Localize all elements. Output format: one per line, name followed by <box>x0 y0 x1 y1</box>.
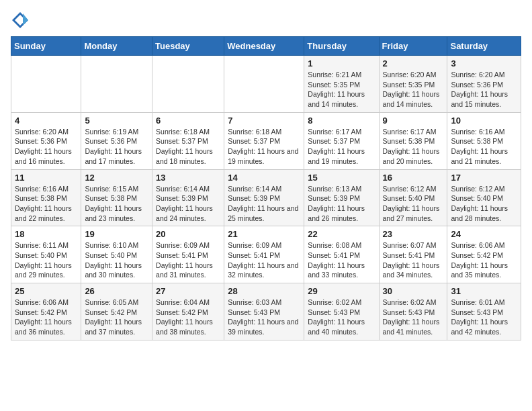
day-number: 7 <box>228 116 300 126</box>
day-info: Sunrise: 6:07 AMSunset: 5:41 PMDaylight:… <box>383 240 444 280</box>
calendar-cell: 1Sunrise: 6:21 AMSunset: 5:35 PMDaylight… <box>304 56 379 113</box>
day-header-thursday: Thursday <box>304 37 379 56</box>
calendar-cell <box>224 56 304 113</box>
calendar-cell: 25Sunrise: 6:06 AMSunset: 5:42 PMDayligh… <box>11 283 81 340</box>
day-info: Sunrise: 6:18 AMSunset: 5:37 PMDaylight:… <box>228 127 300 167</box>
day-number: 14 <box>228 173 300 183</box>
day-header-sunday: Sunday <box>11 37 81 56</box>
logo <box>11 11 32 30</box>
day-number: 23 <box>383 229 444 239</box>
day-number: 5 <box>85 116 148 126</box>
day-info: Sunrise: 6:06 AMSunset: 5:42 PMDaylight:… <box>451 240 517 280</box>
day-number: 18 <box>15 229 77 239</box>
day-number: 25 <box>15 286 77 296</box>
day-info: Sunrise: 6:20 AMSunset: 5:36 PMDaylight:… <box>15 127 77 167</box>
day-number: 10 <box>451 116 517 126</box>
calendar-cell <box>152 56 224 113</box>
day-number: 29 <box>308 286 375 296</box>
logo-icon <box>11 11 30 30</box>
calendar-cell: 13Sunrise: 6:14 AMSunset: 5:39 PMDayligh… <box>152 169 224 226</box>
calendar-cell: 21Sunrise: 6:09 AMSunset: 5:41 PMDayligh… <box>224 226 304 283</box>
calendar-cell <box>81 56 152 113</box>
day-number: 26 <box>85 286 148 296</box>
day-info: Sunrise: 6:20 AMSunset: 5:36 PMDaylight:… <box>451 70 517 109</box>
day-number: 3 <box>451 58 517 68</box>
day-number: 28 <box>228 286 300 296</box>
day-number: 20 <box>156 229 220 239</box>
day-number: 6 <box>156 116 220 126</box>
calendar-cell: 12Sunrise: 6:15 AMSunset: 5:38 PMDayligh… <box>81 169 152 226</box>
calendar-cell: 10Sunrise: 6:16 AMSunset: 5:38 PMDayligh… <box>447 112 521 169</box>
day-number: 24 <box>451 229 517 239</box>
day-number: 17 <box>451 173 517 183</box>
calendar-cell: 19Sunrise: 6:10 AMSunset: 5:40 PMDayligh… <box>81 226 152 283</box>
day-number: 30 <box>383 286 444 296</box>
day-number: 12 <box>85 173 148 183</box>
day-number: 2 <box>383 58 444 68</box>
day-info: Sunrise: 6:17 AMSunset: 5:37 PMDaylight:… <box>308 127 375 167</box>
calendar-cell: 16Sunrise: 6:12 AMSunset: 5:40 PMDayligh… <box>379 169 447 226</box>
calendar-cell: 8Sunrise: 6:17 AMSunset: 5:37 PMDaylight… <box>304 112 379 169</box>
calendar-cell: 28Sunrise: 6:03 AMSunset: 5:43 PMDayligh… <box>224 283 304 340</box>
calendar-cell: 5Sunrise: 6:19 AMSunset: 5:36 PMDaylight… <box>81 112 152 169</box>
calendar-cell: 23Sunrise: 6:07 AMSunset: 5:41 PMDayligh… <box>379 226 447 283</box>
calendar-cell: 29Sunrise: 6:02 AMSunset: 5:43 PMDayligh… <box>304 283 379 340</box>
page-header <box>11 11 521 30</box>
calendar-cell: 7Sunrise: 6:18 AMSunset: 5:37 PMDaylight… <box>224 112 304 169</box>
day-number: 22 <box>308 229 375 239</box>
calendar-cell: 22Sunrise: 6:08 AMSunset: 5:41 PMDayligh… <box>304 226 379 283</box>
day-info: Sunrise: 6:12 AMSunset: 5:40 PMDaylight:… <box>383 184 444 224</box>
day-number: 27 <box>156 286 220 296</box>
day-info: Sunrise: 6:18 AMSunset: 5:37 PMDaylight:… <box>156 127 220 167</box>
day-header-saturday: Saturday <box>447 37 521 56</box>
calendar-cell: 30Sunrise: 6:02 AMSunset: 5:43 PMDayligh… <box>379 283 447 340</box>
day-info: Sunrise: 6:19 AMSunset: 5:36 PMDaylight:… <box>85 127 148 167</box>
day-info: Sunrise: 6:04 AMSunset: 5:42 PMDaylight:… <box>156 298 220 337</box>
day-info: Sunrise: 6:14 AMSunset: 5:39 PMDaylight:… <box>156 184 220 224</box>
day-info: Sunrise: 6:21 AMSunset: 5:35 PMDaylight:… <box>308 70 375 109</box>
day-number: 4 <box>15 116 77 126</box>
calendar-cell: 20Sunrise: 6:09 AMSunset: 5:41 PMDayligh… <box>152 226 224 283</box>
day-info: Sunrise: 6:17 AMSunset: 5:38 PMDaylight:… <box>383 127 444 167</box>
calendar-cell: 18Sunrise: 6:11 AMSunset: 5:40 PMDayligh… <box>11 226 81 283</box>
svg-marker-2 <box>23 13 28 26</box>
calendar-cell: 6Sunrise: 6:18 AMSunset: 5:37 PMDaylight… <box>152 112 224 169</box>
calendar-cell: 15Sunrise: 6:13 AMSunset: 5:39 PMDayligh… <box>304 169 379 226</box>
day-info: Sunrise: 6:05 AMSunset: 5:42 PMDaylight:… <box>85 298 148 337</box>
day-info: Sunrise: 6:10 AMSunset: 5:40 PMDaylight:… <box>85 240 148 280</box>
calendar-cell: 26Sunrise: 6:05 AMSunset: 5:42 PMDayligh… <box>81 283 152 340</box>
day-info: Sunrise: 6:11 AMSunset: 5:40 PMDaylight:… <box>15 240 77 280</box>
day-info: Sunrise: 6:15 AMSunset: 5:38 PMDaylight:… <box>85 184 148 224</box>
day-info: Sunrise: 6:08 AMSunset: 5:41 PMDaylight:… <box>308 240 375 280</box>
day-header-wednesday: Wednesday <box>224 37 304 56</box>
calendar-cell <box>11 56 81 113</box>
day-number: 11 <box>15 173 77 183</box>
day-number: 9 <box>383 116 444 126</box>
calendar-cell: 14Sunrise: 6:14 AMSunset: 5:39 PMDayligh… <box>224 169 304 226</box>
day-header-friday: Friday <box>379 37 447 56</box>
day-number: 1 <box>308 58 375 68</box>
calendar-table: SundayMondayTuesdayWednesdayThursdayFrid… <box>11 36 521 340</box>
day-info: Sunrise: 6:16 AMSunset: 5:38 PMDaylight:… <box>15 184 77 224</box>
calendar-cell: 11Sunrise: 6:16 AMSunset: 5:38 PMDayligh… <box>11 169 81 226</box>
day-info: Sunrise: 6:20 AMSunset: 5:35 PMDaylight:… <box>383 70 444 109</box>
day-header-tuesday: Tuesday <box>152 37 224 56</box>
calendar-cell: 2Sunrise: 6:20 AMSunset: 5:35 PMDaylight… <box>379 56 447 113</box>
day-number: 21 <box>228 229 300 239</box>
calendar-cell: 24Sunrise: 6:06 AMSunset: 5:42 PMDayligh… <box>447 226 521 283</box>
day-info: Sunrise: 6:06 AMSunset: 5:42 PMDaylight:… <box>15 298 77 337</box>
day-number: 31 <box>451 286 517 296</box>
calendar-cell: 17Sunrise: 6:12 AMSunset: 5:40 PMDayligh… <box>447 169 521 226</box>
day-info: Sunrise: 6:02 AMSunset: 5:43 PMDaylight:… <box>308 298 375 337</box>
day-info: Sunrise: 6:14 AMSunset: 5:39 PMDaylight:… <box>228 184 300 224</box>
day-number: 19 <box>85 229 148 239</box>
day-info: Sunrise: 6:09 AMSunset: 5:41 PMDaylight:… <box>156 240 220 280</box>
calendar-cell: 27Sunrise: 6:04 AMSunset: 5:42 PMDayligh… <box>152 283 224 340</box>
day-number: 15 <box>308 173 375 183</box>
day-info: Sunrise: 6:03 AMSunset: 5:43 PMDaylight:… <box>228 298 300 337</box>
calendar-cell: 31Sunrise: 6:01 AMSunset: 5:43 PMDayligh… <box>447 283 521 340</box>
calendar-cell: 4Sunrise: 6:20 AMSunset: 5:36 PMDaylight… <box>11 112 81 169</box>
day-info: Sunrise: 6:13 AMSunset: 5:39 PMDaylight:… <box>308 184 375 224</box>
day-info: Sunrise: 6:12 AMSunset: 5:40 PMDaylight:… <box>451 184 517 224</box>
day-info: Sunrise: 6:09 AMSunset: 5:41 PMDaylight:… <box>228 240 300 280</box>
